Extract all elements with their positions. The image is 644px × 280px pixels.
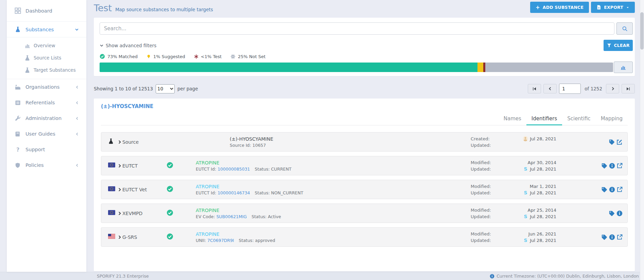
tag-icon[interactable] — [609, 139, 615, 145]
legend-label: <1% Test — [201, 54, 222, 59]
source-system-label: Source — [122, 139, 166, 145]
shield-icon — [14, 162, 21, 168]
pagination-row: Showing 1 to 10 of 12513 10 per page of … — [94, 83, 635, 94]
row-substance-name: ATROPINE — [196, 231, 471, 237]
legend-label: 1% Suggested — [153, 54, 185, 59]
substance-row-g-srs[interactable]: G-SRSATROPINEUNII:7C0697DR9IStatus: appr… — [101, 227, 628, 247]
substance-row-xevmpd[interactable]: XEVMPDATROPINEEV Code:SUB00621MIGStatus:… — [101, 204, 628, 223]
date-label: Created: — [471, 136, 508, 142]
chevron-right-icon[interactable] — [117, 211, 122, 215]
question-icon: ? — [14, 147, 21, 153]
sidebar-item-organisations[interactable]: Organisations — [7, 79, 86, 95]
clear-button[interactable]: CLEAR — [604, 40, 633, 51]
info-icon[interactable] — [609, 234, 615, 240]
date-label: Updated: — [471, 142, 508, 148]
chevron-right-icon[interactable] — [117, 235, 122, 239]
date-label: Updated: — [471, 166, 508, 172]
sidebar-item-support[interactable]: ?Support — [7, 142, 86, 157]
legend-item: 25% Not Set — [230, 54, 265, 59]
sidebar-item-user-guides[interactable]: User Guides — [7, 126, 86, 142]
sidebar-subitem-source-lists[interactable]: Source Lists — [7, 52, 86, 64]
row-icon-cell — [108, 138, 117, 145]
prev-page-button[interactable] — [543, 84, 557, 93]
chevron-right-icon[interactable] — [117, 188, 122, 192]
external-link-icon[interactable] — [617, 234, 623, 240]
detail-id-link[interactable]: 100000085031 — [217, 167, 250, 172]
sidebar-subitem-target-substances[interactable]: Target Substances — [7, 64, 86, 76]
sidebar-item-administration[interactable]: Administration — [7, 110, 86, 126]
last-page-button[interactable] — [622, 84, 635, 93]
substance-name-cell: ATROPINEUNII:7C0697DR9IStatus: approved — [196, 231, 471, 243]
chevron-right-icon[interactable] — [117, 164, 122, 168]
sidebar-item-dashboard[interactable]: Dashboard — [7, 0, 86, 22]
matched-icon — [167, 209, 173, 216]
info-icon[interactable] — [609, 163, 615, 169]
info-icon[interactable] — [609, 187, 615, 193]
tab-mapping[interactable]: Mapping — [596, 113, 628, 125]
user-avatar-icon — [523, 136, 528, 141]
source-system-label: EUTCT Vet — [122, 187, 166, 192]
substance-row-eutct-vet[interactable]: EUTCT VetATROPINEEUTCT Id:100000146734St… — [101, 180, 628, 199]
export-button[interactable]: x EXPORT — [591, 2, 635, 13]
tag-icon[interactable] — [601, 163, 607, 169]
tab-identifiers[interactable]: Identifiers — [526, 113, 562, 125]
tag-icon[interactable] — [609, 210, 615, 216]
tag-icon[interactable] — [601, 187, 607, 193]
file-excel-icon: x — [596, 5, 601, 10]
detail-id-link[interactable]: 7C0697DR9I — [207, 238, 234, 243]
sidebar-item-substances[interactable]: Substances — [7, 22, 86, 37]
sidebar-item-policies[interactable]: Policies — [7, 157, 86, 173]
progress-bar — [100, 63, 613, 72]
info-icon[interactable] — [616, 210, 623, 216]
row-actions — [556, 163, 627, 169]
main-content: Test Map source substances to multiple t… — [94, 0, 635, 272]
row-detail-line: EUTCT Id:100000085031Status: CURRENT — [196, 167, 471, 172]
source-system-label: EUTCT — [122, 163, 166, 169]
chevron-down-icon — [100, 43, 104, 48]
page-total-label: of 1252 — [585, 86, 602, 91]
sporify-s-icon: S — [523, 166, 528, 172]
chart-button[interactable] — [614, 62, 633, 73]
eu-flag-icon — [108, 186, 115, 191]
show-advanced-filters-link[interactable]: Show advanced filters — [100, 43, 156, 48]
per-page-label: per page — [177, 86, 198, 91]
header-actions: + ADD SUBSTANCE x EXPORT — [530, 2, 635, 13]
substance-name-cell: ATROPINEEUTCT Id:100000146734Status: NON… — [196, 184, 471, 195]
scrollbar-track[interactable] — [640, 0, 644, 280]
match-status-cell — [166, 186, 196, 194]
row-detail-line: UNII:7C0697DR9IStatus: approved — [196, 238, 471, 243]
chevron-right-icon[interactable] — [117, 140, 122, 144]
scrollbar-thumb[interactable] — [640, 12, 644, 50]
external-link-icon[interactable] — [617, 163, 623, 169]
page-number-input[interactable] — [559, 84, 581, 94]
search-input[interactable] — [100, 22, 614, 35]
next-page-button[interactable] — [606, 84, 619, 93]
page-size-select[interactable]: 10 — [156, 84, 175, 93]
add-substance-button[interactable]: + ADD SUBSTANCE — [530, 2, 589, 13]
tag-icon[interactable] — [601, 234, 607, 240]
detail-id-link[interactable]: 100000146734 — [217, 190, 250, 195]
edit-icon[interactable] — [616, 139, 623, 145]
search-button[interactable] — [616, 22, 633, 35]
page-header: Test Map source substances to multiple t… — [94, 3, 213, 13]
external-link-icon[interactable] — [617, 187, 623, 192]
row-substance-name: ATROPINE — [196, 160, 471, 165]
first-page-button[interactable] — [528, 84, 541, 93]
tab-names[interactable]: Names — [499, 113, 526, 125]
tab-scientific[interactable]: Scientific — [562, 113, 595, 125]
chevron-left-icon — [75, 132, 79, 136]
substance-row-source[interactable]: Source(±)-HYOSCYAMINESource Id:10657Crea… — [101, 132, 628, 152]
bar-chart-icon — [24, 43, 30, 48]
sidebar-item-referentials[interactable]: Referentials — [7, 95, 86, 110]
row-icon-cell — [108, 186, 117, 193]
row-icon-cell — [108, 210, 117, 216]
sidebar-subitem-overview[interactable]: Overview — [7, 39, 86, 52]
sidebar-subitem-label: Source Lists — [34, 55, 61, 60]
pager: of 1252 — [528, 84, 635, 94]
detail-prefix: EV Code: — [196, 214, 215, 219]
detail-id-link[interactable]: SUB00621MIG — [216, 214, 247, 219]
chevron-down-icon — [75, 28, 79, 32]
substance-row-eutct[interactable]: EUTCTATROPINEEUTCT Id:100000085031Status… — [101, 156, 628, 175]
flask-icon — [108, 138, 114, 144]
date-value-line: SJul 28, 2021 — [508, 237, 556, 244]
